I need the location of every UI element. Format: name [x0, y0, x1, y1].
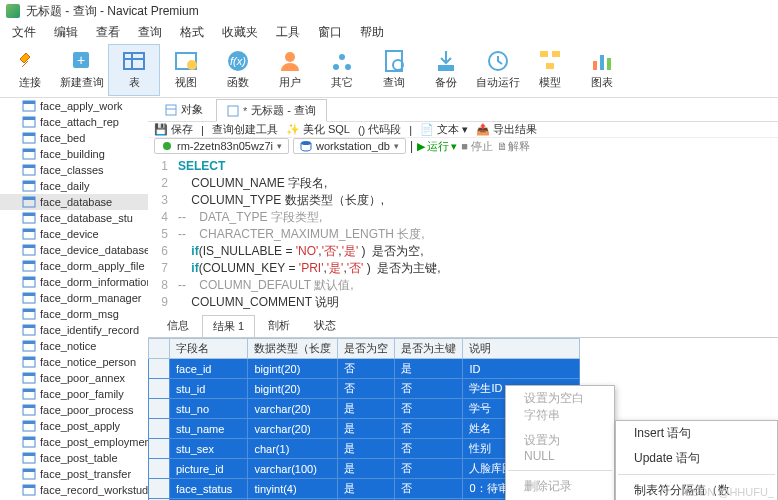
cell[interactable]: 是 [338, 419, 395, 439]
cell[interactable]: bigint(20) [248, 379, 338, 399]
ctx-delete[interactable]: 删除记录 [506, 474, 614, 499]
cell[interactable]: 否 [338, 359, 395, 379]
rtab-status[interactable]: 状态 [303, 314, 347, 337]
stop-button[interactable]: ■ 停止 [461, 139, 493, 154]
tree-item-face_dorm_apply_file[interactable]: face_dorm_apply_file [0, 258, 148, 274]
cell[interactable]: 是 [338, 479, 395, 499]
ctx-insert-stmt[interactable]: Insert 语句 [616, 421, 777, 446]
tree-item-face_device_database[interactable]: face_device_database [0, 242, 148, 258]
cell[interactable]: 否 [338, 379, 395, 399]
cell[interactable]: 否 [395, 379, 463, 399]
tree-item-face_record_workstudy[interactable]: face_record_workstudy [0, 482, 148, 498]
menu-query[interactable]: 查询 [130, 23, 170, 42]
tree-item-face_post_table[interactable]: face_post_table [0, 450, 148, 466]
cell[interactable]: stu_name [170, 419, 248, 439]
menu-edit[interactable]: 编辑 [46, 23, 86, 42]
tree-item-face_post_apply[interactable]: face_post_apply [0, 418, 148, 434]
menu-favorites[interactable]: 收藏夹 [214, 23, 266, 42]
menu-window[interactable]: 窗口 [310, 23, 350, 42]
tree-item-face_classes[interactable]: face_classes [0, 162, 148, 178]
tool-auto[interactable]: 自动运行 [472, 44, 524, 96]
beautify-button[interactable]: ✨美化 SQL [286, 122, 350, 137]
tree-item-face_identify_record[interactable]: face_identify_record [0, 322, 148, 338]
cell[interactable]: varchar(100) [248, 459, 338, 479]
tree-item-face_post_employmen[interactable]: face_post_employmen [0, 434, 148, 450]
server-selector[interactable]: rm-2zetn83n05wz7i▾ [154, 138, 289, 154]
menu-help[interactable]: 帮助 [352, 23, 392, 42]
cell[interactable]: stu_no [170, 399, 248, 419]
menu-tools[interactable]: 工具 [268, 23, 308, 42]
ctx-update-stmt[interactable]: Update 语句 [616, 446, 777, 471]
tree-item-face_notice[interactable]: face_notice [0, 338, 148, 354]
cell[interactable]: face_id [170, 359, 248, 379]
cell[interactable]: stu_id [170, 379, 248, 399]
save-button[interactable]: 💾 保存 [154, 122, 193, 137]
tab-objects[interactable]: 对象 [154, 98, 214, 121]
tool-model[interactable]: 模型 [524, 44, 576, 96]
cell[interactable]: tinyint(4) [248, 479, 338, 499]
cell[interactable]: 否 [395, 439, 463, 459]
tree-item-face_dorm_informatior[interactable]: face_dorm_informatior [0, 274, 148, 290]
ctx-set-null[interactable]: 设置为 NULL [506, 428, 614, 467]
tree-item-face_daily[interactable]: face_daily [0, 178, 148, 194]
rtab-profile[interactable]: 剖析 [257, 314, 301, 337]
tree-item-face_device[interactable]: face_device [0, 226, 148, 242]
tool-table[interactable]: 表 [108, 44, 160, 96]
tool-fx[interactable]: f(x)函数 [212, 44, 264, 96]
cell[interactable]: 否 [395, 479, 463, 499]
cell[interactable]: bigint(20) [248, 359, 338, 379]
export-button[interactable]: 📤导出结果 [476, 122, 537, 137]
tab-query[interactable]: * 无标题 - 查询 [216, 99, 327, 122]
col-header[interactable]: 是否为空 [338, 339, 395, 359]
query-builder-button[interactable]: 查询创建工具 [212, 122, 278, 137]
tool-query[interactable]: 查询 [368, 44, 420, 96]
tree-item-face_building[interactable]: face_building [0, 146, 148, 162]
cell[interactable]: 否 [395, 419, 463, 439]
tree-item-face_attach_rep[interactable]: face_attach_rep [0, 114, 148, 130]
tree-item-face_bed[interactable]: face_bed [0, 130, 148, 146]
tree-item-face_apply_work[interactable]: face_apply_work [0, 98, 148, 114]
tool-view[interactable]: 视图 [160, 44, 212, 96]
tree-item-face_dorm_msg[interactable]: face_dorm_msg [0, 306, 148, 322]
cell[interactable]: ID [463, 359, 579, 379]
rtab-info[interactable]: 信息 [156, 314, 200, 337]
tree-item-face_notice_person[interactable]: face_notice_person [0, 354, 148, 370]
tree-item-face_dorm_manager[interactable]: face_dorm_manager [0, 290, 148, 306]
db-selector[interactable]: workstation_db▾ [293, 138, 406, 154]
cell[interactable]: 是 [338, 399, 395, 419]
cell[interactable]: stu_sex [170, 439, 248, 459]
sql-editor[interactable]: 1SELECT2 COLUMN_NAME 字段名,3 COLUMN_TYPE 数… [148, 154, 778, 315]
cell[interactable]: 是 [395, 359, 463, 379]
tree-item-face_database[interactable]: face_database [0, 194, 148, 210]
cell[interactable]: varchar(20) [248, 399, 338, 419]
tree-item-face_database_stu[interactable]: face_database_stu [0, 210, 148, 226]
col-header[interactable]: 说明 [463, 339, 579, 359]
tool-chart[interactable]: 图表 [576, 44, 628, 96]
table-row[interactable]: face_idbigint(20)否是ID [149, 359, 580, 379]
tree-item-face_poor_process[interactable]: face_poor_process [0, 402, 148, 418]
menu-format[interactable]: 格式 [172, 23, 212, 42]
tool-plug[interactable]: 连接 [4, 44, 56, 96]
menu-file[interactable]: 文件 [4, 23, 44, 42]
tree-item-face_poor_family[interactable]: face_poor_family [0, 386, 148, 402]
col-header[interactable]: 数据类型（长度 [248, 339, 338, 359]
ctx-set-empty[interactable]: 设置为空白字符串 [506, 386, 614, 428]
cell[interactable]: face_status [170, 479, 248, 499]
cell[interactable]: varchar(20) [248, 419, 338, 439]
cell[interactable]: 否 [395, 459, 463, 479]
text-button[interactable]: 📄文本 ▾ [420, 122, 468, 137]
run-button[interactable]: ▶ 运行 ▾ [417, 139, 457, 154]
cell[interactable]: 是 [338, 459, 395, 479]
tool-user[interactable]: 用户 [264, 44, 316, 96]
menu-view[interactable]: 查看 [88, 23, 128, 42]
cell[interactable]: picture_id [170, 459, 248, 479]
tree-item-face_poor_annex[interactable]: face_poor_annex [0, 370, 148, 386]
tool-other[interactable]: 其它 [316, 44, 368, 96]
cell[interactable]: 否 [395, 399, 463, 419]
tool-newquery[interactable]: +新建查询 [56, 44, 108, 96]
col-header[interactable]: 字段名 [170, 339, 248, 359]
snippet-button[interactable]: ()代码段 [358, 122, 401, 137]
tool-backup[interactable]: 备份 [420, 44, 472, 96]
cell[interactable]: 是 [338, 439, 395, 459]
tree-item-face_post_transfer[interactable]: face_post_transfer [0, 466, 148, 482]
